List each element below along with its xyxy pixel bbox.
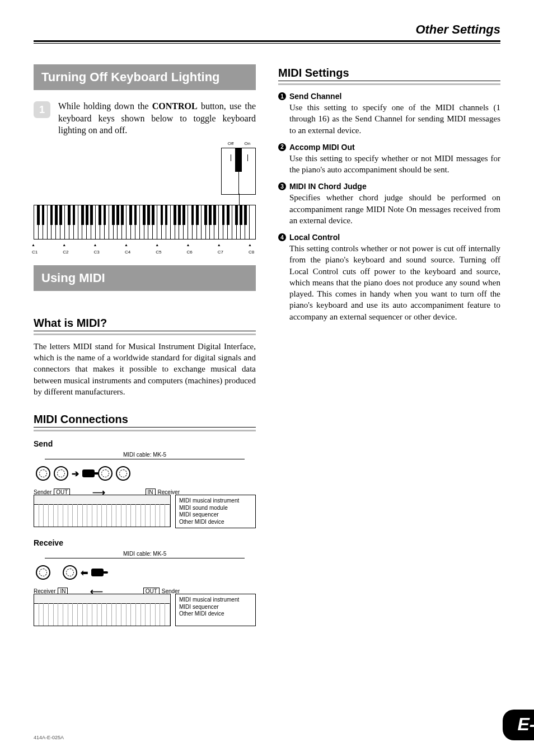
circled-1-icon: 1 (278, 92, 286, 100)
circled-3-icon: 3 (278, 182, 286, 190)
midi-body-4: This setting controls whether or not pow… (289, 243, 500, 322)
step-1: 1 While holding down the CONTROL button,… (34, 100, 256, 137)
control-label: CONTROL (152, 101, 198, 111)
heading-midi-connections: MIDI Connections (34, 413, 256, 431)
oct-c2: C2 (63, 250, 68, 255)
midi-title-3: MIDI IN Chord Judge (289, 182, 367, 191)
send-box-line1: MIDI musical instrument (179, 497, 252, 505)
page-header: Other Settings (34, 22, 500, 42)
midi-setting-send-channel: 1 Send Channel Use this setting to speci… (278, 92, 500, 136)
midi-jack-icon (116, 466, 130, 481)
midi-plug-icon (91, 569, 104, 576)
oct-c8: C8 (249, 250, 254, 255)
oct-c7: C7 (218, 250, 223, 255)
step1-pre: While holding down the (58, 101, 152, 111)
page-number: E-23 (503, 710, 534, 740)
h-midi-connections: MIDI Connections (34, 413, 256, 428)
sub-heading-send: Send (34, 439, 256, 448)
recv-box-line2: MIDI sequencer (179, 604, 252, 611)
banner-keyboard-lighting: Turning Off Keyboard Lighting (34, 64, 256, 90)
midi-jack-icon (36, 466, 50, 481)
midi-title-4: Local Control (289, 233, 340, 242)
recv-box-line3: Other MIDI device (179, 611, 252, 618)
midi-setting-local-control: 4 Local Control This setting controls wh… (278, 233, 500, 322)
midi-setting-chord-judge: 3 MIDI IN Chord Judge Specifies whether … (278, 182, 500, 226)
midi-body-1: Use this setting to specify one of the M… (289, 102, 500, 136)
oct-c3: C3 (94, 250, 100, 255)
right-column: MIDI Settings 1 Send Channel Use this se… (278, 64, 500, 636)
heading-what-is-midi: What is MIDI? (34, 317, 256, 335)
header-title: Other Settings (415, 22, 500, 36)
arrow-left-icon: ⬅ (81, 567, 88, 578)
heading-midi-settings: MIDI Settings (278, 67, 500, 85)
midi-jack-icon (54, 466, 68, 481)
mini-keyboard-send (34, 495, 171, 527)
midi-title-2: Accomp MIDI Out (289, 143, 355, 152)
p-what-is-midi: The letters MIDI stand for Musical Instr… (34, 341, 256, 397)
circled-4-icon: 4 (278, 233, 286, 241)
cable-label-recv: MIDI cable: MK-5 (34, 551, 256, 557)
step-number-icon: 1 (34, 101, 50, 118)
midi-setting-accomp-out: 2 Accomp MIDI Out Use this setting to sp… (278, 143, 500, 176)
send-box-line4: Other MIDI device (179, 519, 252, 526)
arrow-right-icon: ➔ (72, 468, 79, 479)
oct-c6: C6 (186, 250, 192, 255)
left-column: Turning Off Keyboard Lighting 1 While ho… (34, 64, 256, 636)
midi-title-1: Send Channel (289, 92, 341, 101)
zoom-on-label: On (245, 141, 251, 146)
recv-box-line1: MIDI musical instrument (179, 597, 252, 604)
full-keyboard (34, 205, 256, 240)
oct-c1: C1 (32, 250, 38, 255)
midi-body-2: Use this setting to specify whether or n… (289, 153, 500, 176)
mini-keyboard-recv (34, 594, 171, 626)
send-diagram: MIDI cable: MK-5 ➔ Sender OUT (34, 452, 256, 528)
send-device-box: MIDI musical instrument MIDI sound modul… (175, 495, 256, 528)
recv-device-box: MIDI musical instrument MIDI sequencer O… (175, 594, 256, 626)
send-box-line3: MIDI sequencer (179, 511, 252, 519)
h-what-is-midi: What is MIDI? (34, 317, 256, 331)
h-midi-settings: MIDI Settings (278, 67, 500, 81)
midi-jack-icon (36, 565, 50, 580)
send-box-line2: MIDI sound module (179, 505, 252, 512)
midi-body-3: Specifies whether chord judge should be … (289, 192, 500, 226)
midi-jack-icon (98, 466, 113, 481)
midi-plug-icon (82, 469, 95, 477)
footer-code: 414A-E-025A (34, 735, 64, 740)
circled-2-icon: 2 (278, 143, 286, 151)
zoom-keys (221, 148, 256, 195)
oct-c4: C4 (125, 250, 130, 255)
midi-jack-icon (63, 565, 77, 580)
oct-c5: C5 (156, 250, 161, 255)
receive-diagram: MIDI cable: MK-5 ⬅ Receiver IN ⟵ (34, 551, 256, 626)
cable-label-send: MIDI cable: MK-5 (34, 452, 256, 458)
step-1-text: While holding down the CONTROL button, u… (58, 100, 256, 137)
keyboard-lighting-figure: Off On (34, 148, 256, 248)
zoom-off-label: Off (228, 141, 234, 146)
banner-using-midi: Using MIDI (34, 265, 256, 291)
sub-heading-receive: Receive (34, 538, 256, 547)
